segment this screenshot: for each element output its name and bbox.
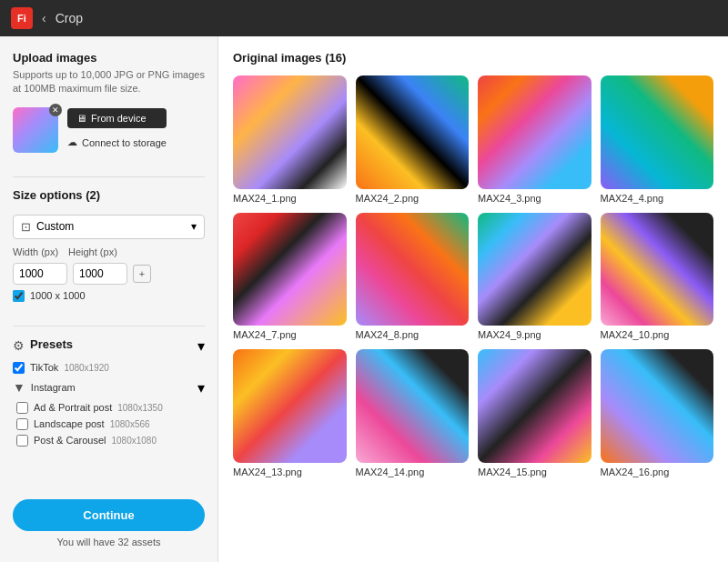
presets-chevron-icon: ▾: [197, 337, 205, 355]
image-cell[interactable]: MAX24_15.png: [478, 349, 592, 477]
image-thumb-img-15: [478, 349, 592, 463]
link-dimensions-button[interactable]: +: [133, 265, 151, 283]
image-thumb-img-4: [601, 75, 714, 189]
image-cell[interactable]: MAX24_16.png: [601, 349, 714, 477]
continue-section: Continue You will have 32 assets: [13, 488, 205, 547]
assets-note: You will have 32 assets: [13, 537, 205, 547]
image-thumb-img-14: [356, 349, 470, 463]
ad-portrait-size: 1080x1350: [117, 403, 163, 413]
custom-label: Custom: [36, 220, 74, 233]
image-thumb-img-3: [478, 75, 592, 189]
image-thumb-img-7: [233, 213, 347, 326]
instagram-chevron-icon: ▾: [197, 379, 205, 396]
device-icon: 🖥: [76, 113, 86, 124]
page-title: Crop: [56, 11, 83, 25]
back-chevron-icon: ‹: [42, 11, 46, 25]
image-grid: MAX24_1.pngMAX24_2.pngMAX24_3.pngMAX24_4…: [233, 75, 713, 477]
image-cell[interactable]: MAX24_3.png: [478, 75, 592, 204]
carousel-preset: Post & Carousel 1080x1080: [13, 435, 205, 447]
image-filename: MAX24_7.png: [233, 329, 347, 340]
image-filename: MAX24_16.png: [601, 467, 714, 477]
crop-icon: ⊡: [21, 220, 31, 234]
presets-header[interactable]: ⚙ Presets ▾: [13, 337, 205, 355]
image-cell[interactable]: MAX24_7.png: [233, 213, 347, 341]
divider-1: [13, 176, 205, 177]
ad-portrait-label: Ad & Portrait post: [34, 402, 112, 413]
divider-2: [13, 326, 205, 326]
image-filename: MAX24_3.png: [478, 193, 592, 204]
from-device-button[interactable]: 🖥 From device: [67, 108, 167, 128]
size-options-title: Size options (2): [13, 188, 100, 202]
upload-thumbnail: ✕: [13, 107, 58, 153]
presets-title: Presets: [30, 337, 73, 351]
image-thumb-img-10: [601, 213, 714, 326]
tiktok-size: 1080x1920: [64, 363, 109, 373]
image-cell[interactable]: MAX24_10.png: [601, 213, 714, 341]
ad-portrait-checkbox[interactable]: [16, 402, 28, 414]
image-thumb-img-8: [356, 213, 470, 326]
top-bar: Fi ‹ Crop: [0, 0, 728, 36]
image-thumb-img-1: [233, 75, 347, 189]
folder-icon: ▼: [13, 380, 25, 395]
instagram-label: Instagram: [31, 382, 76, 393]
image-filename: MAX24_8.png: [356, 329, 470, 340]
landscape-size: 1080x566: [110, 419, 150, 429]
image-filename: MAX24_15.png: [478, 467, 592, 477]
fi-logo: Fi: [11, 7, 33, 29]
image-cell[interactable]: MAX24_1.png: [233, 75, 347, 204]
image-filename: MAX24_9.png: [478, 329, 592, 340]
upload-title: Upload images: [13, 51, 205, 65]
image-filename: MAX24_1.png: [233, 193, 347, 204]
landscape-label: Landscape post: [34, 418, 105, 429]
connect-storage-button[interactable]: ☁ Connect to storage: [67, 134, 167, 151]
left-panel: Upload images Supports up to 10,000 JPG …: [0, 36, 218, 562]
continue-button[interactable]: Continue: [13, 499, 205, 531]
image-cell[interactable]: MAX24_9.png: [478, 213, 592, 341]
carousel-checkbox[interactable]: [16, 435, 28, 447]
cloud-icon: ☁: [67, 136, 77, 148]
custom-dropdown[interactable]: ⊡ Custom ▾: [13, 215, 205, 239]
image-filename: MAX24_14.png: [356, 467, 470, 477]
image-cell[interactable]: MAX24_2.png: [356, 75, 470, 204]
image-cell[interactable]: MAX24_4.png: [601, 75, 714, 204]
width-input[interactable]: [13, 263, 67, 285]
image-thumb-img-2: [356, 75, 470, 189]
dimension-checkbox-row: 1000 x 1000: [13, 290, 205, 302]
tiktok-label: TikTok: [30, 362, 58, 373]
height-label: Height (px): [68, 246, 118, 257]
upload-subtitle: Supports up to 10,000 JPG or PNG images …: [13, 68, 205, 96]
instagram-row: ▼ Instagram ▾: [13, 379, 205, 396]
image-filename: MAX24_2.png: [356, 193, 470, 204]
carousel-label: Post & Carousel: [34, 435, 106, 446]
image-thumb-img-9: [478, 213, 592, 326]
size-options-header: Size options (2): [13, 188, 205, 206]
gear-icon: ⚙: [13, 338, 25, 353]
image-filename: MAX24_10.png: [601, 329, 714, 340]
image-thumb-img-16: [601, 349, 714, 463]
image-cell[interactable]: MAX24_13.png: [233, 349, 347, 477]
ad-portrait-preset: Ad & Portrait post 1080x1350: [13, 402, 205, 414]
carousel-size: 1080x1080: [111, 436, 157, 446]
upload-area: ✕ 🖥 From device ☁ Connect to storage: [13, 107, 205, 153]
landscape-preset: Landscape post 1080x566: [13, 418, 205, 430]
width-label: Width (px): [13, 246, 63, 257]
image-filename: MAX24_13.png: [233, 467, 347, 477]
dimension-checkbox[interactable]: [13, 290, 25, 302]
landscape-checkbox[interactable]: [16, 418, 28, 430]
image-cell[interactable]: MAX24_14.png: [356, 349, 470, 477]
tiktok-preset-item: TikTok 1080x1920: [13, 362, 205, 374]
main-layout: Upload images Supports up to 10,000 JPG …: [0, 36, 728, 562]
image-thumb-img-13: [233, 349, 347, 463]
tiktok-checkbox[interactable]: [13, 362, 25, 374]
right-panel: Original images (16) MAX24_1.pngMAX24_2.…: [218, 36, 728, 562]
height-input[interactable]: [73, 263, 127, 285]
width-height-inputs: +: [13, 263, 205, 285]
width-height-labels: Width (px) Height (px): [13, 246, 205, 257]
image-filename: MAX24_4.png: [601, 193, 714, 204]
upload-buttons: 🖥 From device ☁ Connect to storage: [67, 108, 167, 151]
image-cell[interactable]: MAX24_8.png: [356, 213, 470, 341]
dimension-checkbox-label: 1000 x 1000: [30, 290, 86, 301]
chevron-down-icon: ▾: [191, 220, 197, 233]
remove-thumbnail-button[interactable]: ✕: [49, 104, 62, 116]
images-header: Original images (16): [233, 51, 713, 65]
